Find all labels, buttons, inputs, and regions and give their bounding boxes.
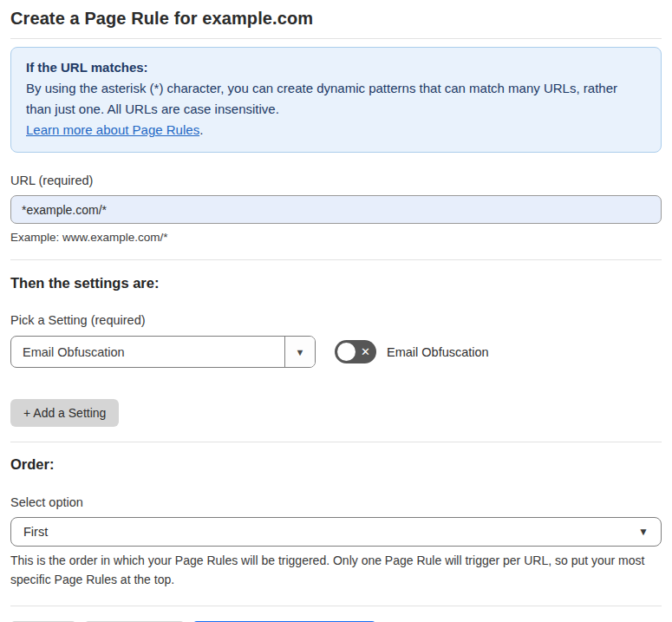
- url-match-info-box: If the URL matches: By using the asteris…: [10, 47, 662, 153]
- url-input[interactable]: [10, 195, 662, 224]
- dropdown-arrow-button[interactable]: ▼: [284, 337, 315, 367]
- order-select[interactable]: First ▼: [10, 517, 662, 547]
- order-helper-text: This is the order in which your Page Rul…: [10, 552, 662, 589]
- pick-setting-label: Pick a Setting (required): [10, 312, 662, 328]
- toggle-label: Email Obfuscation: [387, 345, 489, 359]
- toggle-knob: [337, 343, 356, 361]
- page-title: Create a Page Rule for example.com: [10, 7, 662, 30]
- caret-down-icon: ▼: [638, 526, 649, 538]
- order-select-value: First: [23, 525, 638, 539]
- caret-down-icon: ▼: [296, 347, 305, 357]
- settings-section-heading: Then the settings are:: [10, 274, 662, 292]
- order-select-label: Select option: [10, 494, 662, 510]
- learn-more-link[interactable]: Learn more about Page Rules: [26, 122, 199, 137]
- create-page-rule-form: Create a Page Rule for example.com If th…: [0, 0, 672, 622]
- url-example-helper: Example: www.example.com/*: [10, 230, 662, 245]
- order-section-heading: Order:: [10, 455, 662, 474]
- setting-row: Email Obfuscation ▼ ✕ Email Obfuscation: [10, 336, 662, 368]
- toggle-off-icon: ✕: [361, 340, 370, 363]
- info-box-link-line: Learn more about Page Rules.: [26, 120, 646, 141]
- settings-section-divider: [10, 442, 662, 442]
- setting-dropdown-value: Email Obfuscation: [11, 337, 284, 367]
- email-obfuscation-toggle[interactable]: ✕: [335, 340, 376, 363]
- url-field-label: URL (required): [10, 173, 662, 188]
- link-suffix: .: [199, 122, 203, 137]
- info-box-heading: If the URL matches:: [26, 57, 646, 78]
- add-setting-button[interactable]: + Add a Setting: [10, 399, 119, 427]
- info-box-body: By using the asterisk (*) character, you…: [26, 78, 646, 120]
- footer-divider: [10, 606, 662, 606]
- setting-dropdown[interactable]: Email Obfuscation ▼: [10, 336, 316, 368]
- url-section-divider: [10, 259, 662, 260]
- title-divider: [10, 38, 662, 39]
